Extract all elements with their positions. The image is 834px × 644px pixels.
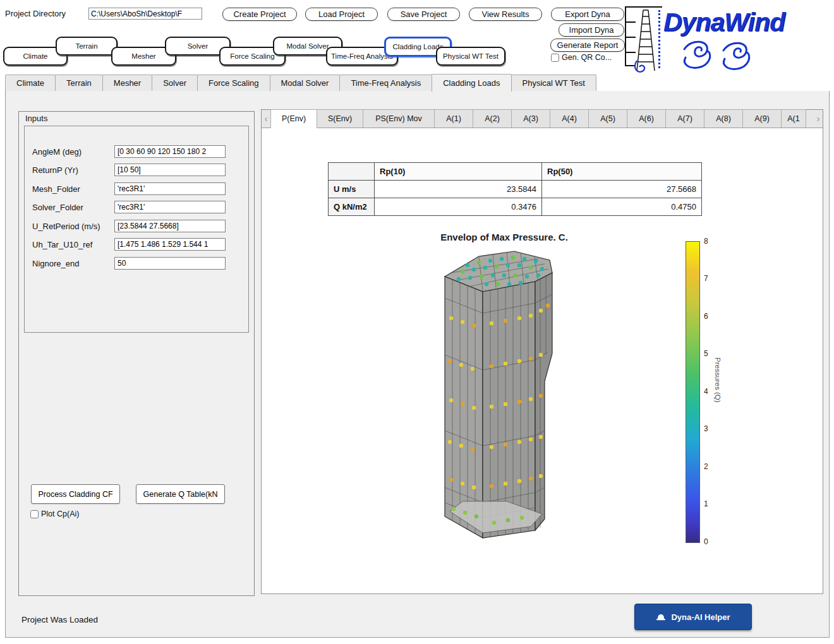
turbine-tower-icon: [632, 8, 660, 75]
gen-qr-checkbox-row: Gen. QR Co...: [551, 53, 612, 62]
subtab-scroll-left-icon[interactable]: ‹: [262, 110, 270, 128]
tab-climate[interactable]: Climate: [5, 75, 56, 91]
tab-force-scaling[interactable]: Force Scaling: [197, 75, 270, 91]
process-cladding-button[interactable]: Process Cladding CF: [31, 484, 120, 504]
gen-qr-checkbox-label: Gen. QR Co...: [562, 53, 612, 62]
plot-cp-checkbox[interactable]: [30, 510, 39, 518]
q-results-table: Rp(10) Rp(50) U m/s 23.5844 27.5668 Q kN…: [328, 162, 702, 216]
returnp-label: ReturnP (Yr): [32, 165, 78, 175]
solver-folder-label: Solver_Folder: [32, 203, 83, 212]
colorbar-tick-7: 7: [704, 274, 723, 283]
logo-dotted-line: [658, 10, 660, 68]
view-results-button[interactable]: View Results: [469, 8, 542, 21]
results-panel: ‹ P(Env) S(Env) PS(Env) Mov A(1) A(2) A(…: [261, 109, 823, 594]
subtab-scroll-right-icon[interactable]: ›: [814, 110, 823, 128]
colorbar: [686, 241, 700, 543]
uh-tar-label: Uh_Tar_U10_ref: [32, 240, 92, 249]
load-project-button[interactable]: Load Project: [305, 8, 378, 21]
project-directory-label: Project Directory: [5, 9, 66, 18]
subtab-a3[interactable]: A(3): [511, 109, 550, 128]
save-project-button[interactable]: Save Project: [387, 8, 460, 21]
tab-terrain[interactable]: Terrain: [55, 75, 103, 91]
create-project-button[interactable]: Create Project: [222, 8, 297, 21]
solver-folder-input[interactable]: [114, 201, 226, 213]
table-cell-u-rp50[interactable]: 27.5668: [542, 181, 702, 198]
tab-mesher[interactable]: Mesher: [102, 75, 152, 91]
table-cell-q-rp50[interactable]: 0.4750: [542, 198, 702, 216]
subtab-a6[interactable]: A(6): [627, 109, 666, 128]
table-rowlabel-u: U m/s: [329, 181, 375, 198]
subtab-a8[interactable]: A(8): [704, 109, 743, 128]
subtab-a5[interactable]: A(5): [588, 109, 627, 128]
wf-node-physical-wt-test[interactable]: Physical WT Test: [436, 47, 505, 66]
table-cell-q-rp10[interactable]: 0.3476: [375, 198, 542, 216]
inputs-panel-title: Inputs: [25, 114, 47, 123]
wf-node-terrain[interactable]: Terrain: [56, 37, 118, 56]
helper-hat-icon: [656, 613, 666, 621]
subtab-penv[interactable]: P(Env): [270, 109, 317, 128]
table-corner-cell: [329, 163, 375, 181]
table-cell-u-rp10[interactable]: 23.5844: [375, 181, 542, 198]
returnp-input[interactable]: [114, 164, 226, 176]
subtab-a10-truncated[interactable]: A(1: [781, 109, 806, 128]
subtab-a7[interactable]: A(7): [665, 109, 704, 128]
generate-report-button[interactable]: Generate Report: [550, 39, 625, 52]
main-tab-strip: Climate Terrain Mesher Solver Force Scal…: [5, 74, 828, 92]
plot-cp-checkbox-row: Plot Cp(Ai): [30, 510, 79, 518]
colorbar-axis-label: Pressures (Q): [714, 357, 722, 403]
subtab-senv[interactable]: S(Env): [317, 109, 363, 128]
tab-cladding-loads[interactable]: Cladding Loads: [432, 74, 511, 92]
table-col-rp50: Rp(50): [542, 163, 702, 181]
main-content-area: Inputs AngleM (deg) ReturnP (Yr) Mesh_Fo…: [5, 91, 830, 638]
tab-modal-solver[interactable]: Modal Solver: [270, 75, 341, 91]
plot-title: Envelop of Max Pressure. C.: [372, 232, 637, 242]
mesh-folder-input[interactable]: [114, 182, 226, 195]
subtab-psenv-mov[interactable]: PS(Env) Mov: [363, 109, 435, 128]
subtab-a9[interactable]: A(9): [742, 109, 782, 128]
inputs-fields-box: AngleM (deg) ReturnP (Yr) Mesh_Folder So…: [24, 126, 249, 333]
colorbar-tick-0: 0: [704, 537, 723, 546]
subtab-a2[interactable]: A(2): [473, 109, 512, 128]
tab-time-freq-analysis[interactable]: Time-Freq Analysis: [339, 75, 432, 91]
subtab-a1[interactable]: A(1): [434, 109, 473, 128]
uh-tar-input[interactable]: [114, 238, 226, 251]
wind-swirl-icon: [679, 38, 761, 73]
export-dyna-button[interactable]: Export Dyna: [551, 8, 624, 21]
status-message: Project Was Loaded: [21, 615, 98, 624]
colorbar-tick-3: 3: [704, 424, 723, 433]
pressure-envelope-3d-plot: [413, 244, 584, 548]
dyna-ai-helper-label: Dyna-AI Helper: [671, 612, 730, 622]
tab-physical-wt-test[interactable]: Physical WT Test: [511, 75, 596, 91]
subtab-a4[interactable]: A(4): [550, 109, 589, 128]
app-logo: DynaWind: [663, 8, 785, 37]
colorbar-tick-2: 2: [704, 462, 723, 471]
import-dyna-button[interactable]: Import Dyna: [559, 23, 624, 37]
colorbar-tick-8: 8: [704, 237, 723, 246]
u-retperiod-label: U_RetPeriod (m/s): [32, 222, 100, 231]
table-row-u: U m/s 23.5844 27.5668: [329, 181, 702, 198]
dyna-ai-helper-button[interactable]: Dyna-AI Helper: [634, 604, 752, 630]
colorbar-tick-6: 6: [704, 312, 723, 321]
table-row-q: Q kN/m2 0.3476 0.4750: [329, 198, 702, 216]
gen-qr-checkbox[interactable]: [551, 54, 559, 62]
table-rowlabel-q: Q kN/m2: [329, 198, 375, 216]
result-subtab-strip: ‹ P(Env) S(Env) PS(Env) Mov A(1) A(2) A(…: [262, 110, 823, 128]
table-header-row: Rp(10) Rp(50): [329, 163, 702, 181]
colorbar-tick-1: 1: [704, 499, 723, 508]
table-col-rp10: Rp(10): [375, 163, 542, 181]
anglem-input[interactable]: [114, 145, 226, 158]
plot-cp-checkbox-label: Plot Cp(Ai): [41, 510, 79, 518]
generate-q-table-button[interactable]: Generate Q Table(kN: [136, 484, 225, 504]
u-retperiod-input[interactable]: [114, 220, 226, 232]
app-window: Project Directory Create Project Load Pr…: [0, 0, 834, 644]
nignore-end-label: Nignore_end: [32, 259, 79, 268]
inputs-panel: Inputs AngleM (deg) ReturnP (Yr) Mesh_Fo…: [18, 111, 255, 596]
anglem-label: AngleM (deg): [32, 147, 82, 157]
colorbar-tick-5: 5: [704, 349, 723, 358]
mesh-folder-label: Mesh_Folder: [32, 184, 80, 194]
nignore-end-input[interactable]: [114, 257, 226, 270]
tab-solver[interactable]: Solver: [152, 75, 198, 91]
project-directory-input[interactable]: [88, 8, 202, 20]
